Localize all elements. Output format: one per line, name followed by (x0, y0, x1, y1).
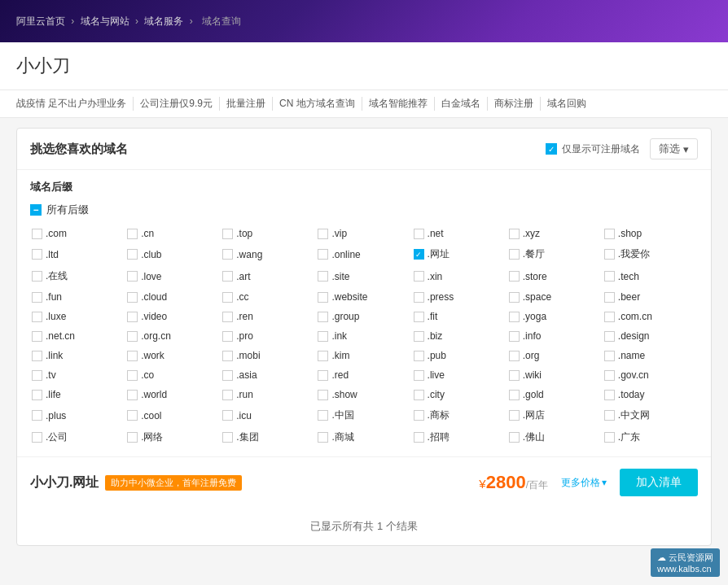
suffix-checkbox[interactable] (127, 229, 138, 239)
suffix-item[interactable]: .live (412, 367, 507, 383)
nav-item-batch[interactable]: 批量注册 (220, 97, 273, 111)
suffix-item[interactable]: .tech (603, 267, 698, 286)
suffix-checkbox[interactable] (318, 331, 328, 342)
suffix-item[interactable]: .ren (221, 308, 316, 325)
suffix-item[interactable]: .city (412, 386, 507, 403)
suffix-item[interactable]: .fun (30, 289, 125, 305)
suffix-item[interactable]: .beer (603, 289, 698, 305)
suffix-checkbox[interactable] (318, 312, 328, 322)
breadcrumb-domain-service[interactable]: 域名服务 (144, 15, 183, 27)
suffix-item[interactable]: .work (125, 347, 221, 364)
suffix-item[interactable]: .net.cn (30, 328, 125, 344)
suffix-checkbox[interactable] (32, 432, 42, 443)
suffix-item[interactable]: .wang (221, 245, 316, 264)
suffix-checkbox[interactable] (414, 410, 424, 421)
suffix-checkbox[interactable] (222, 292, 233, 303)
suffix-checkbox[interactable] (604, 370, 615, 381)
suffix-item[interactable]: .wiki (507, 367, 603, 383)
suffix-item[interactable]: .我爱你 (603, 245, 698, 264)
suffix-checkbox[interactable] (222, 390, 233, 400)
suffix-checkbox[interactable] (604, 331, 615, 342)
suffix-item[interactable]: .net (412, 225, 507, 242)
suffix-checkbox[interactable] (414, 271, 424, 282)
more-price-link[interactable]: 更多价格 ▾ (561, 476, 607, 490)
nav-item-trademark[interactable]: 商标注册 (488, 97, 541, 111)
suffix-checkbox[interactable] (318, 390, 328, 400)
suffix-item[interactable]: .xyz (507, 225, 603, 242)
suffix-item[interactable]: .red (316, 367, 411, 383)
suffix-item[interactable]: .co (125, 367, 221, 383)
suffix-checkbox[interactable] (127, 351, 138, 361)
suffix-item[interactable]: .club (125, 245, 221, 264)
suffix-checkbox[interactable] (318, 370, 328, 381)
suffix-checkbox[interactable] (32, 229, 42, 239)
suffix-checkbox[interactable] (509, 410, 520, 421)
suffix-checkbox[interactable] (32, 312, 42, 322)
suffix-item[interactable]: .store (507, 267, 603, 286)
suffix-checkbox[interactable] (32, 390, 42, 400)
suffix-checkbox[interactable] (604, 271, 615, 282)
suffix-item[interactable]: .pub (412, 347, 507, 364)
suffix-item[interactable]: .vip (316, 225, 411, 242)
suffix-item[interactable]: .fit (412, 308, 507, 325)
suffix-item[interactable]: .中文网 (603, 406, 698, 425)
suffix-item[interactable]: .world (125, 386, 221, 403)
suffix-checkbox[interactable] (127, 271, 138, 282)
suffix-item[interactable]: .video (125, 308, 221, 325)
suffix-checkbox[interactable] (509, 229, 520, 239)
suffix-item[interactable]: .space (507, 289, 603, 305)
nav-item-company[interactable]: 公司注册仅9.9元 (134, 97, 220, 111)
suffix-checkbox[interactable] (127, 292, 138, 303)
suffix-item[interactable]: .group (316, 308, 411, 325)
suffix-checkbox[interactable] (414, 292, 424, 303)
suffix-checkbox[interactable] (414, 229, 424, 239)
suffix-item[interactable]: .在线 (30, 267, 125, 286)
suffix-checkbox[interactable] (32, 292, 42, 303)
nav-item-covid[interactable]: 战疫情 足不出户办理业务 (16, 97, 134, 111)
suffix-checkbox[interactable] (509, 292, 520, 303)
suffix-checkbox[interactable] (127, 370, 138, 381)
suffix-checkbox[interactable] (604, 410, 615, 421)
suffix-checkbox[interactable] (604, 229, 615, 239)
suffix-item[interactable]: .biz (412, 328, 507, 344)
suffix-checkbox[interactable] (509, 351, 520, 361)
suffix-item[interactable]: .cloud (125, 289, 221, 305)
show-registrable-checkbox[interactable]: ✓ (546, 143, 557, 155)
suffix-item[interactable]: .info (507, 328, 603, 344)
suffix-item[interactable]: .中国 (316, 406, 411, 425)
suffix-item[interactable]: .name (603, 347, 698, 364)
suffix-checkbox[interactable] (318, 351, 328, 361)
suffix-checkbox[interactable] (127, 410, 138, 421)
suffix-checkbox[interactable] (414, 331, 424, 342)
suffix-checkbox[interactable] (318, 410, 328, 421)
suffix-item[interactable]: .art (221, 267, 316, 286)
suffix-checkbox[interactable] (509, 432, 520, 443)
suffix-checkbox[interactable] (222, 312, 233, 322)
show-registrable-toggle[interactable]: ✓ 仅显示可注册域名 (546, 142, 640, 156)
suffix-checkbox[interactable] (222, 410, 233, 421)
suffix-checkbox[interactable] (318, 229, 328, 239)
suffix-checkbox[interactable] (414, 312, 424, 322)
suffix-item[interactable]: .招聘 (412, 428, 507, 447)
suffix-item[interactable]: .ink (316, 328, 411, 344)
suffix-checkbox[interactable] (414, 432, 424, 443)
suffix-item[interactable]: .cn (125, 225, 221, 242)
suffix-checkbox[interactable] (318, 432, 328, 443)
suffix-checkbox[interactable] (414, 351, 424, 361)
suffix-checkbox[interactable] (318, 292, 328, 303)
suffix-item[interactable]: .gold (507, 386, 603, 403)
suffix-item[interactable]: .kim (316, 347, 411, 364)
suffix-checkbox[interactable] (414, 390, 424, 400)
suffix-checkbox[interactable] (127, 390, 138, 400)
suffix-item[interactable]: .网络 (125, 428, 221, 447)
suffix-checkbox[interactable] (32, 331, 42, 342)
suffix-checkbox[interactable] (604, 351, 615, 361)
nav-item-platinum[interactable]: 白金域名 (435, 97, 488, 111)
suffix-item[interactable]: .top (221, 225, 316, 242)
suffix-checkbox[interactable] (222, 271, 233, 282)
suffix-checkbox[interactable] (509, 331, 520, 342)
suffix-checkbox[interactable] (509, 249, 520, 260)
suffix-checkbox[interactable] (509, 312, 520, 322)
suffix-item[interactable]: .press (412, 289, 507, 305)
suffix-item[interactable]: .link (30, 347, 125, 364)
